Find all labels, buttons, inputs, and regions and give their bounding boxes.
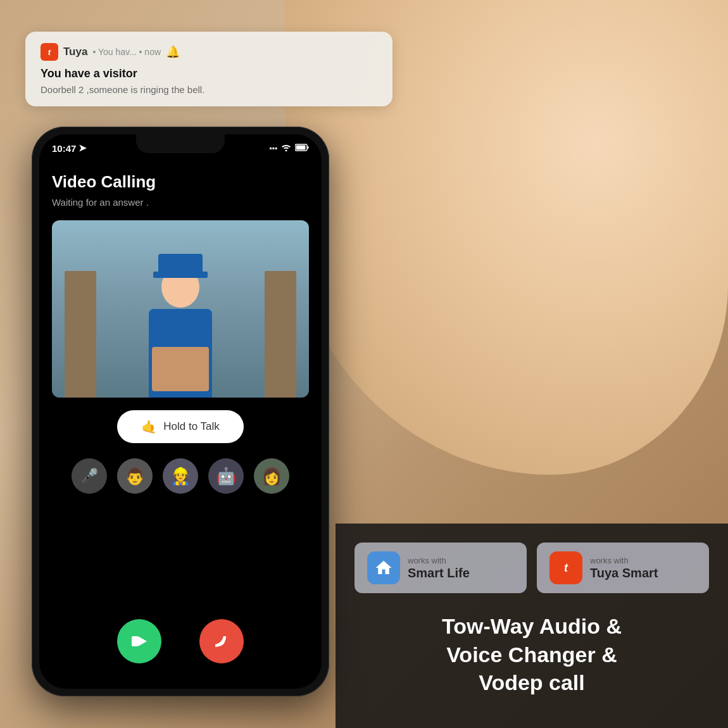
tuya-smart-brand-name: Tuya Smart <box>590 565 658 581</box>
answer-call-button[interactable] <box>117 619 161 663</box>
tuya-smart-icon: t <box>549 551 582 584</box>
delivery-person <box>149 267 212 398</box>
hold-to-talk-label: Hold to Talk <box>163 420 220 433</box>
status-time: 10:47 ➤ <box>52 142 87 154</box>
smart-life-icon <box>367 551 400 584</box>
wifi-icon <box>281 144 291 153</box>
phone-mockup: 10:47 ➤ ▪▪▪ <box>32 127 329 696</box>
call-actions <box>52 619 309 676</box>
svg-rect-2 <box>296 145 306 149</box>
location-icon: ➤ <box>78 142 87 154</box>
smart-life-works-with-label: works with <box>408 556 470 566</box>
svg-rect-3 <box>132 636 138 646</box>
notification-meta: • You hav... • now <box>92 47 161 57</box>
notification-bell-icon: 🔔 <box>166 45 180 59</box>
right-panel: works with Smart Life t works with Tuya … <box>336 524 728 728</box>
notification-app-name: Tuya <box>63 46 87 58</box>
battery-icon <box>295 144 309 153</box>
phone-notch <box>136 134 225 153</box>
door-frame-right <box>265 271 296 398</box>
phone-frame: 10:47 ➤ ▪▪▪ <box>32 127 329 696</box>
smart-life-text: works with Smart Life <box>408 556 470 581</box>
avatar-2[interactable]: 👨 <box>117 458 153 494</box>
waiting-text: Waiting for an answer . <box>52 197 309 208</box>
svg-rect-1 <box>308 146 309 149</box>
tuya-smart-badge: t works with Tuya Smart <box>537 543 709 593</box>
phone-content: Video Calling Waiting for an answer . <box>39 134 322 689</box>
notification-header: t Tuya • You hav... • now 🔔 <box>41 43 377 61</box>
person-body <box>149 309 212 398</box>
feature-title: Tow-Way Audio & Voice Changer & Vodep ca… <box>355 612 709 696</box>
mic-hand-icon: 🤙 <box>141 419 157 434</box>
person-hat <box>158 254 203 273</box>
door-frame-left <box>65 271 96 398</box>
phone-screen: 10:47 ➤ ▪▪▪ <box>39 134 322 689</box>
avatar-3[interactable]: 👷 <box>163 458 198 494</box>
notification-body: Doorbell 2 ,someone is ringing the bell. <box>41 84 377 95</box>
tuya-smart-text: works with Tuya Smart <box>590 556 658 581</box>
package-box <box>152 347 209 391</box>
svg-marker-4 <box>138 636 147 646</box>
notification-bubble: t Tuya • You hav... • now 🔔 You have a v… <box>25 32 392 106</box>
hold-to-talk-button[interactable]: 🤙 Hold to Talk <box>117 410 244 443</box>
end-call-button[interactable] <box>199 619 244 663</box>
tuya-app-icon: t <box>41 43 58 61</box>
status-icons: ▪▪▪ <box>269 144 309 153</box>
video-frame <box>52 220 309 398</box>
person-head <box>161 267 199 308</box>
tuya-smart-works-with-label: works with <box>590 556 658 566</box>
smart-life-brand-name: Smart Life <box>408 565 470 581</box>
video-calling-title: Video Calling <box>52 172 309 192</box>
signal-icon: ▪▪▪ <box>269 144 277 153</box>
avatar-4[interactable]: 🤖 <box>208 458 244 494</box>
notification-title: You have a visitor <box>41 67 377 80</box>
avatar-5[interactable]: 👩 <box>254 458 289 494</box>
smart-life-badge: works with Smart Life <box>355 543 527 593</box>
avatar-1[interactable]: 🎤 <box>72 458 107 494</box>
badges-row: works with Smart Life t works with Tuya … <box>355 543 709 593</box>
avatar-row: 🎤 👨 👷 🤖 👩 <box>52 458 309 494</box>
